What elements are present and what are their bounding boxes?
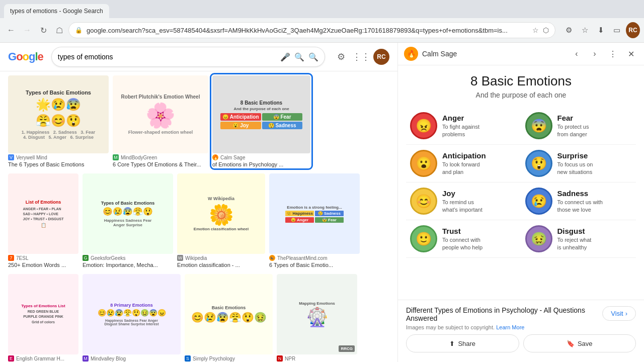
image-result-8[interactable]: Types of Emotions List RED GREEN BLUEPUR… (8, 274, 78, 362)
forward-button[interactable]: → (20, 23, 34, 37)
trust-face: 🙂 (410, 225, 437, 252)
image-row-1: Types of Basic Emotions 🌟😢😰 😤😊😲 1. Happi… (8, 75, 389, 167)
image-grid: Types of Basic Emotions 🌟😢😰 😤😊😲 1. Happi… (0, 71, 397, 362)
image-result-11[interactable]: Mapping Emotions 🎡 RRCG N NPR Mapping Em… (277, 274, 357, 362)
source-dot-1: V (8, 154, 14, 160)
anticipation-desc: To look forwardand plan (442, 161, 486, 175)
apps-button[interactable]: ⋮⋮ (353, 49, 369, 65)
image-title-1: The 6 Types of Basic Emotions (8, 161, 99, 167)
disgust-desc: To reject whatis unhealthy (557, 236, 592, 251)
mic-icon[interactable]: 🎤 (280, 52, 290, 62)
image-result-7[interactable]: Emotion is a strong feeling... 😊 Happine… (269, 173, 360, 268)
emotion-joy: 😊 Joy To remind uswhat's important (406, 183, 521, 220)
reload-button[interactable]: ↻ (36, 23, 50, 37)
image-title-2: 6 Core Types Of Emotions & Their... (113, 161, 203, 167)
logo-o2: o (23, 50, 29, 63)
lens-search-icon[interactable]: 🔍 (294, 52, 304, 62)
side-panel: 🔥 Calm Sage ‹ › ⋮ ✕ 8 Basic Emotions And… (397, 43, 644, 362)
home-button[interactable]: ☖ (52, 23, 66, 37)
settings-button[interactable]: ⚙ (333, 49, 349, 65)
source-dot-3: 🔥 (212, 154, 218, 160)
star-icon[interactable]: ☆ (532, 26, 539, 34)
image-result-10[interactable]: Basic Emotions 😊😢😰😤😲🤢 S Simply Psycholog… (185, 274, 273, 362)
source-badge-2: M MindBodyGreen (113, 153, 208, 161)
logo-o1: o (16, 50, 22, 63)
panel-copyright-note: Images may be subject to copyright. Lear… (406, 324, 602, 330)
bookmark-button[interactable]: ☆ (578, 23, 592, 37)
home-icon: ☖ (56, 26, 63, 35)
extensions-button[interactable]: ⚙ (561, 23, 576, 37)
panel-content: 8 Basic Emotions And the purpose of each… (398, 65, 644, 300)
logo-g2: g (29, 50, 35, 63)
main-content: Google 🎤 🔍 🔍 ⚙ ⋮⋮ RC Types of Bas (0, 43, 644, 362)
lens-icon[interactable]: ⬡ (543, 26, 549, 34)
learn-more-link[interactable]: Learn More (496, 324, 524, 330)
address-bar[interactable]: 🔒 google.com/search?sca_esv=587485404&sx… (68, 22, 555, 38)
image-result-5[interactable]: Types of Basic Emotions 😊😢😰😤😲 Happiness … (83, 173, 173, 268)
image-result-1[interactable]: Types of Basic Emotions 🌟😢😰 😤😊😲 1. Happi… (8, 75, 109, 167)
image-title-3: of Emotions in Psychology ... (212, 161, 303, 167)
anticipation-name: Anticipation (442, 151, 486, 160)
source-badge-11: N NPR (277, 354, 357, 362)
image-result-6[interactable]: W Wikipedia 🌼 Emotion classification whe… (177, 173, 265, 268)
download-icon-btn[interactable]: ⬇ (594, 23, 608, 37)
source-dot-8: E (8, 355, 14, 361)
save-icon: 🔖 (567, 340, 575, 347)
image-title-7: 6 Types of Basic Emotio... (269, 262, 360, 268)
image-result-3[interactable]: 8 Basic Emotions And the purpose of each… (212, 75, 310, 167)
save-label: Save (578, 340, 593, 347)
active-tab[interactable]: types of emotions - Google Search (4, 4, 109, 18)
image-result-2[interactable]: Robert Plutchik's Emotion Wheel 🌸 Flower… (113, 75, 208, 167)
google-logo: Google (8, 50, 43, 63)
share-button[interactable]: ⬆ Share (406, 334, 519, 352)
back-button[interactable]: ← (4, 23, 18, 37)
panel-forward-button[interactable]: › (588, 47, 602, 61)
image-title-4: 250+ Emotion Words ... (8, 262, 78, 268)
panel-footer-title: Different Types of Emotions in Psycholog… (406, 306, 602, 322)
source-badge-9: M Mindvalley Blog (83, 354, 181, 362)
disgust-info: Disgust To reject whatis unhealthy (557, 227, 592, 251)
panel-footer-actions: ⬆ Share 🔖 Save (406, 334, 636, 352)
forward-icon: → (23, 26, 31, 35)
tab-title: types of emotions - Google Search (10, 8, 103, 15)
panel-main-title: 8 Basic Emotions (406, 73, 636, 89)
back-icon: ← (7, 26, 15, 35)
source-dot-11: N (277, 355, 283, 361)
cast-button[interactable]: ▭ (610, 23, 624, 37)
tab-bar: types of emotions - Google Search (0, 0, 644, 18)
save-button[interactable]: 🔖 Save (523, 334, 636, 352)
image-title-5: Emotion: Importance, Mecha... (83, 262, 173, 268)
panel-logo: 🔥 (404, 47, 418, 61)
profile-button[interactable]: RC (626, 23, 640, 37)
visit-button[interactable]: Visit › (602, 306, 636, 321)
surprise-desc: To focus us onnew situations (557, 161, 593, 175)
source-name-7: ThePleasantMind.com (277, 255, 328, 261)
panel-close-button[interactable]: ✕ (624, 47, 638, 61)
emotion-disgust: 🤢 Disgust To reject whatis unhealthy (521, 220, 636, 258)
anger-info: Anger To fight againstproblems (442, 114, 479, 138)
search-icon[interactable]: 🔍 (308, 52, 318, 62)
search-area: Google 🎤 🔍 🔍 ⚙ ⋮⋮ RC Types of Bas (0, 43, 397, 362)
panel-logo-emoji: 🔥 (407, 50, 416, 58)
search-box[interactable]: 🎤 🔍 🔍 (51, 47, 325, 67)
source-badge-8: E English Grammar H... (8, 354, 78, 362)
sadness-info: Sadness To connect us withthose we love (557, 189, 603, 213)
panel-header: 🔥 Calm Sage ‹ › ⋮ ✕ (398, 43, 644, 65)
panel-back-button[interactable]: ‹ (570, 47, 584, 61)
source-badge-5: G GeeksforGeeks (83, 254, 173, 262)
emotion-trust: 🙂 Trust To connect withpeople who help (406, 220, 521, 258)
image-result-9[interactable]: 8 Primary Emotions 😊😢😰😤😲🤢😨😠 Happiness Sa… (83, 274, 181, 362)
source-dot-7: ☯ (269, 255, 275, 261)
panel-subtitle: And the purpose of each one (406, 91, 636, 99)
emotion-surprise: 😲 Surprise To focus us onnew situations (521, 145, 636, 183)
search-input[interactable] (58, 53, 276, 61)
user-avatar-header[interactable]: RC (373, 49, 389, 65)
anger-desc: To fight againstproblems (442, 123, 479, 138)
fear-info: Fear To protect usfrom danger (557, 114, 589, 138)
source-name-3: Calm Sage (220, 155, 245, 160)
source-dot-5: G (83, 255, 89, 261)
nav-bar: ← → ↻ ☖ 🔒 google.com/search?sca_esv=5874… (0, 18, 644, 42)
panel-more-button[interactable]: ⋮ (606, 47, 620, 61)
source-name-9: Mindvalley Blog (91, 356, 126, 361)
image-result-4[interactable]: List of Emotions ANGER • FEAR • PLANSAD … (8, 173, 78, 268)
